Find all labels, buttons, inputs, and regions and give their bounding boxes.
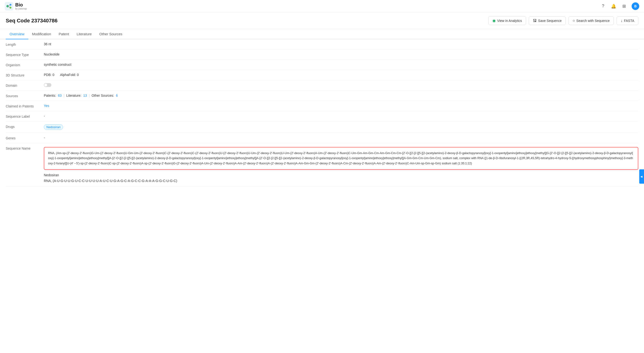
sequence-name-plain: Nedosiran (44, 171, 638, 178)
sequence-name-value: RNA, (Am-sp-(2′-deoxy-2′-fluoro)G-Um-(2′… (44, 146, 638, 184)
domain-row: Domain (6, 80, 638, 91)
domain-toggle[interactable] (44, 83, 52, 87)
organism-row: Organism synthetic construct (6, 60, 638, 70)
tabs: Overview Modification Patent Literature … (0, 29, 644, 39)
sources-row: Sources Patents: 63 | Literature: 13 | O… (6, 91, 638, 101)
tab-other-sources[interactable]: Other Sources (96, 29, 126, 39)
tab-overview[interactable]: Overview (6, 29, 28, 39)
tab-literature[interactable]: Literature (73, 29, 96, 39)
claimed-patents-value: Yes (44, 104, 638, 108)
literature-label: Literature: (66, 94, 82, 97)
svg-rect-0 (5, 2, 13, 11)
view-analytics-button[interactable]: ◉ View in Analytics (488, 16, 526, 25)
sequence-name-label: Sequence Name (6, 146, 44, 150)
overview-content: Length 36 nt Sequence Type Nucleotide Or… (0, 39, 644, 187)
length-row: Length 36 nt (6, 39, 638, 50)
top-actions: ? 🔔 ⊞ B (600, 3, 639, 10)
sequence-label-value: - (44, 114, 638, 118)
patents-count[interactable]: 63 (58, 94, 62, 97)
help-icon[interactable]: ? (600, 3, 606, 9)
search-sequence-label: Search with Sequence (576, 19, 610, 23)
claimed-patents-row: Claimed in Patents Yes (6, 101, 638, 111)
top-bar: Bio by patsnap ? 🔔 ⊞ B (0, 0, 644, 13)
analytics-icon: ◉ (492, 18, 496, 23)
drugs-value: Nedosiran (44, 124, 638, 130)
logo: Bio by patsnap (5, 2, 27, 11)
sources-value: Patents: 63 | Literature: 13 | Other Sou… (44, 94, 638, 97)
structure-3d-value: PDB: 0 AlphaFold: 0 (44, 73, 638, 77)
search-icon: ○ (572, 19, 575, 23)
genes-label: Genes (6, 136, 44, 140)
genes-value: - (44, 136, 638, 140)
length-label: Length (6, 42, 44, 47)
length-value: 36 nt (44, 42, 638, 46)
sequence-type-row: Sequence Type Nucleotide (6, 50, 638, 60)
fasta-button[interactable]: ↓ FASTA (617, 17, 638, 25)
domain-label: Domain (6, 83, 44, 87)
save-sequence-button[interactable]: 🖫 Save Sequence (529, 17, 566, 25)
structure-3d-row: 3D Structure PDB: 0 AlphaFold: 0 (6, 70, 638, 80)
save-sequence-label: Save Sequence (538, 19, 562, 23)
download-icon: ↓ (621, 19, 622, 23)
organism-value: synthetic construct (44, 63, 638, 67)
sequence-name-rna: RNA, (A-U-G-U-U-G-U-C-C-U-U-U-U-A-U-C-U-… (44, 178, 638, 184)
drugs-label: Drugs (6, 124, 44, 129)
alphafold-value: AlphaFold: 0 (60, 73, 79, 77)
literature-count[interactable]: 13 (83, 94, 87, 97)
search-with-sequence-button[interactable]: ○ Search with Sequence (568, 17, 614, 25)
claimed-yes[interactable]: Yes (44, 104, 49, 108)
pdb-value: PDB: 0 (44, 73, 54, 77)
header-actions: ◉ View in Analytics 🖫 Save Sequence ○ Se… (488, 16, 638, 25)
logo-icon (5, 2, 13, 11)
claimed-patents-label: Claimed in Patents (6, 104, 44, 108)
grid-icon[interactable]: ⊞ (621, 3, 627, 9)
sequence-name-box: RNA, (Am-sp-(2′-deoxy-2′-fluoro)G-Um-(2′… (44, 147, 638, 170)
avatar[interactable]: B (632, 3, 639, 10)
bell-icon[interactable]: 🔔 (611, 3, 616, 9)
scroll-sidebar-tab[interactable]: ◀ (639, 169, 644, 184)
sequence-type-label: Sequence Type (6, 52, 44, 57)
sequence-name-row: Sequence Name RNA, (Am-sp-(2′-deoxy-2′-f… (6, 143, 638, 187)
structure-3d-label: 3D Structure (6, 73, 44, 77)
tab-patent[interactable]: Patent (55, 29, 73, 39)
tab-modification[interactable]: Modification (28, 29, 55, 39)
view-analytics-label: View in Analytics (497, 19, 522, 23)
save-icon: 🖫 (533, 19, 537, 23)
organism-label: Organism (6, 63, 44, 67)
logo-text: Bio by patsnap (15, 2, 27, 10)
drug-tag-nedosiran[interactable]: Nedosiran (44, 124, 63, 130)
domain-value (44, 83, 638, 88)
sequence-label-label: Sequence Label (6, 114, 44, 118)
patents-label: Patents: (44, 94, 56, 97)
page-header: Seq Code 237340786 ◉ View in Analytics 🖫… (0, 13, 644, 29)
genes-row: Genes - (6, 133, 638, 143)
page-title: Seq Code 237340786 (6, 18, 58, 24)
fasta-label: FASTA (624, 19, 634, 23)
sources-label: Sources (6, 94, 44, 98)
other-sources-count[interactable]: 6 (116, 94, 118, 97)
sequence-label-row: Sequence Label - (6, 111, 638, 122)
other-sources-label: Other Sources: (92, 94, 114, 97)
sequence-type-value: Nucleotide (44, 52, 638, 56)
drugs-row: Drugs Nedosiran (6, 122, 638, 133)
